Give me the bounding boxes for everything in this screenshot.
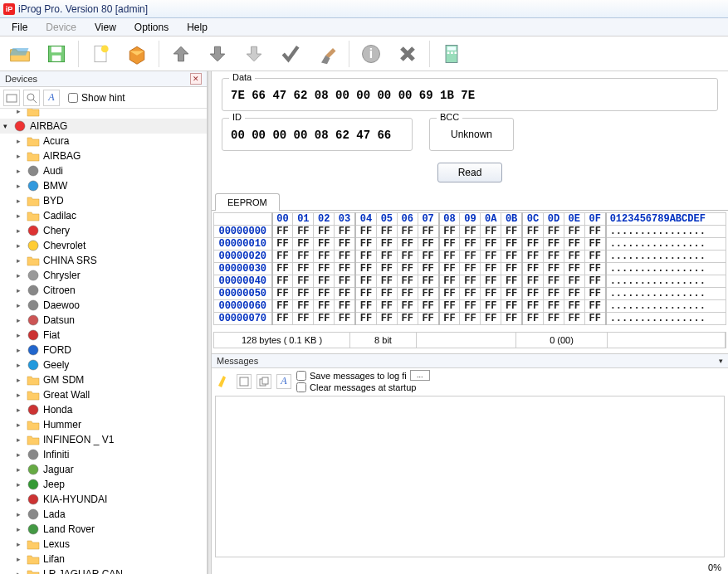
- tree-node[interactable]: ▸Audi: [0, 163, 207, 178]
- tree-node[interactable]: ▸Geely: [0, 358, 207, 372]
- svg-point-31: [28, 509, 38, 519]
- menu-device[interactable]: Device: [37, 20, 85, 35]
- tree-node[interactable]: ▸Lada: [0, 507, 207, 522]
- tree-node[interactable]: ▸LR JAGUAR CAN: [0, 567, 207, 574]
- svg-point-26: [28, 405, 38, 415]
- tree-node[interactable]: ▸Hummer: [0, 417, 207, 432]
- tree-node[interactable]: ▸GM SDM: [0, 372, 207, 387]
- close-button[interactable]: [393, 39, 423, 69]
- messages-tb-copy-icon[interactable]: [257, 374, 271, 389]
- devices-panel-header: Devices ✕: [0, 71, 207, 87]
- data-group: Data 7E 66 47 62 08 00 00 00 00 69 1B 7E: [222, 78, 718, 111]
- svg-rect-35: [262, 377, 268, 384]
- menu-options[interactable]: Options: [126, 20, 177, 35]
- tree-node[interactable]: ▸Datsun: [0, 313, 207, 328]
- svg-point-28: [28, 465, 38, 474]
- svg-point-22: [28, 315, 38, 325]
- tree-node[interactable]: ▸Chevrolet: [0, 238, 207, 253]
- window-title: iProg Pro. Version 80 [admin]: [18, 3, 148, 15]
- check-button[interactable]: [276, 39, 305, 69]
- tree-node[interactable]: ▸Infiniti: [0, 447, 207, 462]
- new-button[interactable]: [86, 39, 115, 69]
- svg-point-30: [28, 494, 38, 504]
- clear-startup-checkbox[interactable]: [296, 382, 306, 392]
- toolbar: i: [0, 36, 728, 71]
- info-button[interactable]: i: [356, 39, 386, 69]
- svg-point-15: [28, 166, 38, 176]
- messages-title: Messages: [217, 356, 258, 366]
- svg-point-13: [27, 94, 34, 100]
- tree-node-airbag[interactable]: ▾AIRBAG: [0, 119, 207, 134]
- svg-rect-12: [7, 95, 17, 102]
- tree-node[interactable]: ▸Chrysler: [0, 268, 207, 283]
- calc-button[interactable]: [437, 39, 467, 69]
- svg-rect-8: [447, 46, 457, 50]
- devices-tb-search-icon[interactable]: [23, 90, 40, 106]
- tree-node[interactable]: ▸Daewoo: [0, 298, 207, 313]
- svg-point-21: [28, 300, 38, 310]
- messages-tb-wand-icon[interactable]: [217, 372, 232, 390]
- devices-tb-font-icon[interactable]: A: [43, 90, 60, 106]
- tree-node[interactable]: ▸BYD: [0, 193, 207, 208]
- tree-node[interactable]: ▸Lexus: [0, 537, 207, 552]
- arrow-up-button[interactable]: [166, 39, 196, 69]
- menu-view[interactable]: View: [86, 20, 125, 35]
- brush-button[interactable]: [312, 39, 342, 69]
- tree-node[interactable]: ▸Fiat: [0, 328, 207, 343]
- package-button[interactable]: [122, 39, 152, 69]
- tree-node[interactable]: ▸Acura: [0, 134, 207, 148]
- open-button[interactable]: [5, 39, 35, 69]
- messages-collapse-icon[interactable]: ▾: [719, 357, 723, 365]
- tree-node[interactable]: ▸FORD: [0, 343, 207, 358]
- tree-node[interactable]: ▸Land Rover: [0, 522, 207, 537]
- menu-file[interactable]: File: [3, 20, 36, 35]
- tree-node[interactable]: ▸CHINA SRS: [0, 253, 207, 268]
- log-file-button[interactable]: ...: [410, 370, 430, 381]
- tree-node[interactable]: ▸Jeep: [0, 477, 207, 492]
- tree-node[interactable]: ▸Citroen: [0, 283, 207, 298]
- svg-point-24: [28, 345, 38, 355]
- svg-point-17: [28, 226, 38, 236]
- tree-node[interactable]: ▸INFINEON _ V1: [0, 432, 207, 447]
- save-button[interactable]: [42, 39, 71, 69]
- svg-point-27: [28, 450, 38, 460]
- status-bits: 8 bit: [350, 333, 417, 348]
- eeprom-tabbar: EEPROM: [212, 192, 728, 211]
- arrow-down-button[interactable]: [203, 39, 232, 69]
- bcc-value: Unknown: [438, 129, 505, 140]
- svg-point-18: [28, 241, 38, 251]
- svg-point-32: [28, 524, 38, 534]
- save-log-checkbox[interactable]: [296, 371, 306, 381]
- read-button[interactable]: Read: [437, 163, 503, 182]
- hex-status-row: 128 bytes ( 0.1 KB ) 8 bit 0 (00): [213, 332, 726, 348]
- devices-tree[interactable]: ▸ ▾AIRBAG▸Acura▸AIRBAG▸Audi▸BMW▸BYD▸Cadi…: [0, 109, 207, 574]
- messages-toolbar: A Save messages to log fi ... Clear mess…: [212, 368, 728, 394]
- messages-tb-font-icon[interactable]: A: [276, 374, 291, 389]
- tree-node[interactable]: ▸AIRBAG: [0, 148, 207, 163]
- tree-node[interactable]: ▸Jaguar: [0, 462, 207, 477]
- hex-table[interactable]: 000102030405060708090A0B0C0D0E0F01234567…: [213, 212, 726, 325]
- messages-body[interactable]: [215, 396, 725, 557]
- tree-node[interactable]: ▸KIA-HYUNDAI: [0, 492, 207, 507]
- data-value: 7E 66 47 62 08 00 00 00 00 69 1B 7E: [231, 89, 709, 102]
- svg-rect-10: [451, 51, 453, 54]
- messages-tb-btn-1[interactable]: [237, 374, 252, 389]
- messages-header: Messages ▾: [212, 353, 728, 368]
- tree-node[interactable]: ▸BMW: [0, 178, 207, 193]
- tree-node[interactable]: ▸Lifan: [0, 552, 207, 567]
- devices-tb-btn-1[interactable]: [3, 90, 20, 106]
- data-label: Data: [229, 72, 255, 82]
- tree-node[interactable]: ▸Honda: [0, 402, 207, 417]
- tree-node[interactable]: ▸Cadilac: [0, 208, 207, 223]
- svg-point-25: [28, 360, 38, 370]
- eeprom-tab[interactable]: EEPROM: [215, 193, 280, 211]
- tree-node[interactable]: ▸Great Wall: [0, 387, 207, 402]
- arrow-down-alt-button[interactable]: [239, 39, 269, 69]
- menu-help[interactable]: Help: [178, 20, 216, 35]
- svg-point-29: [28, 479, 38, 489]
- svg-point-16: [28, 181, 38, 191]
- show-hint-checkbox[interactable]: [68, 93, 78, 103]
- devices-close-icon[interactable]: ✕: [190, 73, 202, 85]
- clear-startup-label: Clear messages at startup: [310, 382, 416, 392]
- tree-node[interactable]: ▸Chery: [0, 223, 207, 238]
